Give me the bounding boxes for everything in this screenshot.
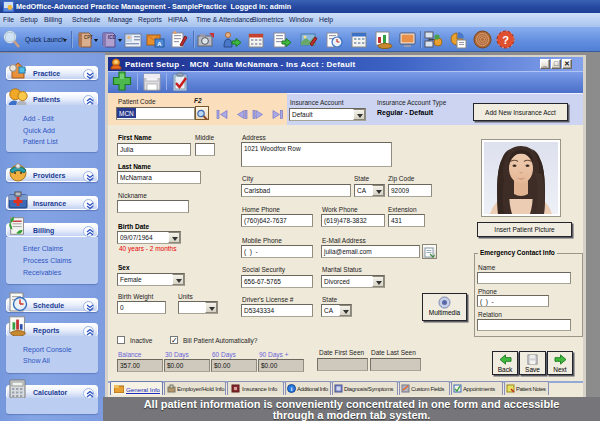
svg-text:?: ? <box>502 34 509 46</box>
svg-text:A: A <box>157 41 162 47</box>
svg-text:ICD: ICD <box>108 35 117 40</box>
svg-text:CPT: CPT <box>84 35 93 40</box>
